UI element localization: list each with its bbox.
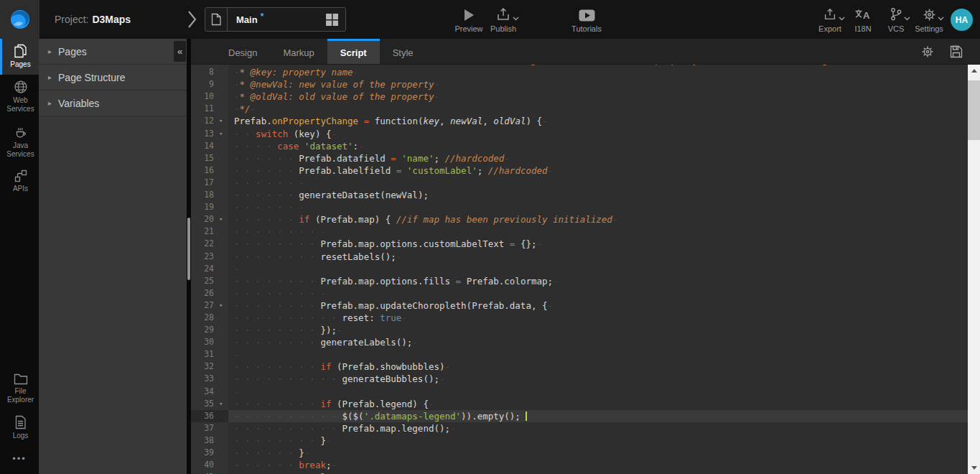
code-line[interactable]: 17· · · · · · - xyxy=(191,177,968,189)
fold-arrow-icon[interactable]: ▾ xyxy=(218,398,228,410)
code-token xyxy=(358,116,364,126)
fold-gutter xyxy=(218,177,228,189)
code-token: · · · · · · · · xyxy=(234,361,320,372)
code-line[interactable]: 25· · · · · · · · Prefab.map.options.fil… xyxy=(191,275,968,287)
rail-item-pages[interactable]: Pages xyxy=(0,39,39,75)
code-line[interactable]: 20▾· · · · · · if (Prefab.map) { //if ma… xyxy=(191,213,968,226)
code-token: * @key: property name xyxy=(240,67,353,78)
line-number: 40 xyxy=(191,459,218,471)
code-token: - xyxy=(412,337,418,348)
accordion-variables[interactable]: ▸ Variables xyxy=(39,90,187,116)
text-cursor xyxy=(526,412,527,421)
code-line[interactable]: 32· · · · · · · · if (Prefab.showbubbles… xyxy=(191,361,968,373)
panel-scrollbar-thumb[interactable] xyxy=(187,218,190,280)
code-line[interactable]: 35▾· · · · · · · · if (Prefab.legend) {- xyxy=(191,398,968,410)
fold-arrow-icon[interactable]: ▾ xyxy=(218,115,228,127)
code-line[interactable]: 16· · · · · · Prefab.labelfield = 'custo… xyxy=(191,164,968,177)
code-line[interactable]: 33· · · · · · · · · · generateBubbles();… xyxy=(191,373,968,385)
code-text: · · · · · · · · });- xyxy=(228,324,968,336)
rail-more-button[interactable]: ••• xyxy=(0,446,39,474)
code-line[interactable]: 40· · · · · · break;- xyxy=(191,459,968,471)
code-line[interactable]: 26· · · · · · · · - xyxy=(191,287,968,299)
rail-item-apis[interactable]: APIs xyxy=(0,164,39,199)
vertical-scrollbar[interactable] xyxy=(968,65,980,474)
code-token: · · · · · · xyxy=(234,214,299,225)
i18n-button[interactable]: A I18N xyxy=(846,6,879,33)
tutorials-button[interactable]: Tutorials xyxy=(564,6,609,33)
tab-markup[interactable]: Markup xyxy=(270,39,327,64)
page-doc-icon[interactable] xyxy=(205,8,228,31)
code-line[interactable]: 41· · · · case 'colormap': xyxy=(191,471,968,474)
code-line[interactable]: 22· · · · · · · · Prefab.map.options.cus… xyxy=(191,238,968,250)
code-line[interactable]: 9·* @newVal: new value of the property- xyxy=(191,78,968,90)
code-line[interactable]: 23· · · · · · · · resetLabels();- xyxy=(191,251,968,263)
scrollbar-thumb[interactable] xyxy=(968,80,980,140)
code-line[interactable]: 10·* @oldVal: old value of the property- xyxy=(191,90,968,103)
accordion-pages[interactable]: ▸ Pages « xyxy=(39,39,187,65)
code-text: · · · · · · · · · · Prefab.map.legend();… xyxy=(228,422,968,434)
play-icon xyxy=(464,6,475,22)
code-line[interactable]: 27▾· · · · · · · · Prefab.map.updateChor… xyxy=(191,299,968,312)
code-token: · · · · · · · · xyxy=(234,337,320,348)
code-token: - xyxy=(331,129,337,139)
pages-grid-icon[interactable] xyxy=(325,13,339,27)
code-line[interactable]: 30· · · · · · · · generateLabels();- xyxy=(191,336,968,348)
code-line[interactable]: 19· · · · · · - xyxy=(191,201,968,213)
rail-item-logs[interactable]: Logs xyxy=(0,410,39,446)
code-line[interactable]: 29· · · · · · · · });- xyxy=(191,324,968,336)
code-line[interactable]: 39· · · · · · }- xyxy=(191,447,968,459)
publish-button[interactable]: Publish xyxy=(481,6,526,33)
code-token: · · · · · · xyxy=(234,190,299,200)
export-button[interactable]: Export xyxy=(813,6,846,33)
vcs-button[interactable]: VCS xyxy=(879,6,913,33)
code-line[interactable]: 24- xyxy=(191,263,968,275)
project-name: D3Maps xyxy=(92,14,131,25)
code-line[interactable]: 13▾· · switch (key) {- xyxy=(191,128,968,140)
rail-item-java-services[interactable]: Java Services xyxy=(0,119,39,164)
caret-right-icon: ▸ xyxy=(48,99,52,107)
fold-arrow-icon[interactable]: ▾ xyxy=(218,128,228,140)
fold-gutter xyxy=(218,164,228,177)
code-token: function( xyxy=(369,116,423,126)
code-line[interactable]: 21· · · · · · · · - xyxy=(191,226,968,238)
code-line[interactable]: 37· · · · · · · · · · Prefab.map.legend(… xyxy=(191,422,968,434)
code-token: , xyxy=(439,116,450,126)
code-line[interactable]: 36· · · · · · · · · · $($('.datamaps-leg… xyxy=(191,410,968,422)
save-icon[interactable] xyxy=(950,45,963,58)
panel-collapse-button[interactable]: « xyxy=(174,41,186,62)
tab-design[interactable]: Design xyxy=(215,39,270,64)
code-line[interactable]: 34- xyxy=(191,386,968,398)
settings-button[interactable]: Settings xyxy=(913,6,946,33)
code-line[interactable]: 18· · · · · · generateDataset(newVal);- xyxy=(191,189,968,201)
code-line[interactable]: 38· · · · · · · · }- xyxy=(191,434,968,447)
editor-settings-gear-icon[interactable] xyxy=(921,45,934,58)
fold-gutter xyxy=(218,386,228,398)
fold-arrow-icon[interactable]: ▾ xyxy=(218,299,228,312)
fold-arrow-icon[interactable]: ▾ xyxy=(218,213,228,226)
coffee-cup-icon xyxy=(14,124,28,139)
wavemaker-logo[interactable] xyxy=(0,0,39,39)
rail-item-file-explorer[interactable]: File Explorer xyxy=(0,368,39,410)
line-number: 19 xyxy=(191,201,218,213)
accordion-page-structure[interactable]: ▸ Page Structure xyxy=(39,65,187,90)
code-editor[interactable]: 7 * this method will be invoked whenever… xyxy=(191,65,968,474)
code-line[interactable]: 8·* @key: property name- xyxy=(191,66,968,78)
line-number: 18 xyxy=(191,189,218,201)
code-line[interactable]: 31- xyxy=(191,348,968,361)
scroll-up-arrow[interactable] xyxy=(968,65,980,77)
code-line[interactable]: 28· · · · · · · · · · reset: true- xyxy=(191,312,968,324)
tab-style[interactable]: Style xyxy=(380,39,426,64)
code-line[interactable]: 11·*/- xyxy=(191,103,968,115)
rail-item-web-services[interactable]: Web Services xyxy=(0,75,39,119)
scroll-down-arrow[interactable] xyxy=(968,462,980,474)
code-token: - xyxy=(304,447,310,458)
user-avatar[interactable]: HA xyxy=(951,9,973,31)
code-line[interactable]: 12▾Prefab.onPropertyChange = function(ke… xyxy=(191,115,968,127)
vcs-label: VCS xyxy=(888,24,905,33)
code-line[interactable]: 15· · · · · · Prefab.datafield = 'name';… xyxy=(191,152,968,164)
open-page-tab[interactable]: Main * xyxy=(205,7,346,32)
code-token: */ xyxy=(240,103,251,114)
code-line[interactable]: 14· · · · case 'dataset':- xyxy=(191,140,968,152)
code-token: if xyxy=(320,361,331,372)
tab-script[interactable]: Script xyxy=(327,39,380,64)
